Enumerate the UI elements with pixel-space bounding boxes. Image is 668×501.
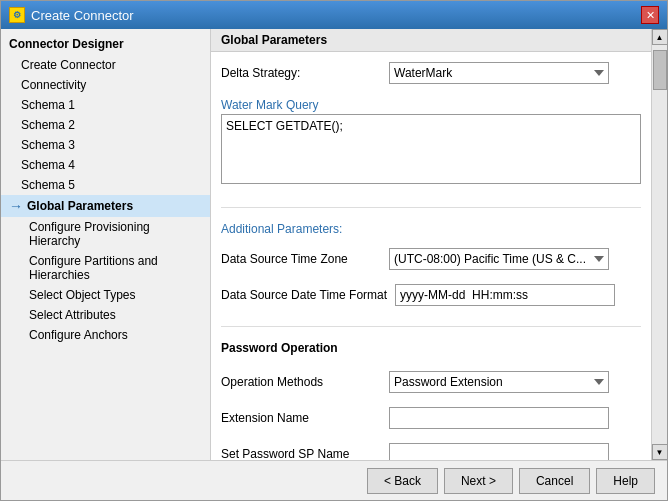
window-title: Create Connector bbox=[31, 8, 134, 23]
back-label: < Back bbox=[384, 474, 421, 488]
sidebar-label-schema3: Schema 3 bbox=[21, 138, 75, 152]
help-button[interactable]: Help bbox=[596, 468, 655, 494]
watermark-query-section: Water Mark Query SELECT GETDATE(); bbox=[221, 98, 641, 187]
scrollbar-track bbox=[652, 45, 667, 444]
main-window: ⚙ Create Connector ✕ Connector Designer … bbox=[0, 0, 668, 501]
main-panel: Global Parameters Delta Strategy: WaterM… bbox=[211, 29, 651, 460]
extension-name-control bbox=[389, 407, 609, 429]
title-bar: ⚙ Create Connector ✕ bbox=[1, 1, 667, 29]
cancel-label: Cancel bbox=[536, 474, 573, 488]
sidebar-item-schema1[interactable]: Schema 1 bbox=[1, 95, 210, 115]
watermark-query-label: Water Mark Query bbox=[221, 98, 641, 112]
timezone-label: Data Source Time Zone bbox=[221, 252, 381, 266]
divider1 bbox=[221, 207, 641, 208]
sidebar-label-configure-provisioning: Configure Provisioning Hierarchy bbox=[29, 220, 202, 248]
scrollbar: ▲ ▼ bbox=[651, 29, 667, 460]
operation-methods-select[interactable]: Password Extension None bbox=[389, 371, 609, 393]
divider2 bbox=[221, 326, 641, 327]
window-icon: ⚙ bbox=[9, 7, 25, 23]
watermark-query-textarea[interactable]: SELECT GETDATE(); bbox=[221, 114, 641, 184]
panel-content: Delta Strategy: WaterMark None Timestamp… bbox=[211, 52, 651, 460]
datetime-format-row: Data Source Date Time Format yyyy-MM-dd … bbox=[221, 284, 641, 306]
sidebar-item-schema4[interactable]: Schema 4 bbox=[1, 155, 210, 175]
sidebar-item-create-connector[interactable]: Create Connector bbox=[1, 55, 210, 75]
extension-name-input[interactable] bbox=[389, 407, 609, 429]
scrollbar-up-button[interactable]: ▲ bbox=[652, 29, 668, 45]
extension-name-label: Extension Name bbox=[221, 411, 381, 425]
datetime-format-control: yyyy-MM-dd HH:mm:ss bbox=[395, 284, 615, 306]
panel-header: Global Parameters bbox=[211, 29, 651, 52]
close-button[interactable]: ✕ bbox=[641, 6, 659, 24]
delta-strategy-control: WaterMark None Timestamp bbox=[389, 62, 609, 84]
sidebar-label-configure-partitions: Configure Partitions and Hierarchies bbox=[29, 254, 202, 282]
scrollbar-down-button[interactable]: ▼ bbox=[652, 444, 668, 460]
sidebar-label-connectivity: Connectivity bbox=[21, 78, 86, 92]
sidebar-label-configure-anchors: Configure Anchors bbox=[29, 328, 128, 342]
datetime-format-label: Data Source Date Time Format bbox=[221, 288, 387, 302]
sidebar-item-select-attributes[interactable]: Select Attributes bbox=[1, 305, 210, 325]
operation-methods-label: Operation Methods bbox=[221, 375, 381, 389]
sidebar-item-schema3[interactable]: Schema 3 bbox=[1, 135, 210, 155]
extension-name-row: Extension Name bbox=[221, 407, 641, 429]
password-operation-label: Password Operation bbox=[221, 341, 641, 357]
back-button[interactable]: < Back bbox=[367, 468, 438, 494]
operation-methods-row: Operation Methods Password Extension Non… bbox=[221, 371, 641, 393]
sidebar-label-select-attributes: Select Attributes bbox=[29, 308, 116, 322]
sidebar-item-connectivity[interactable]: Connectivity bbox=[1, 75, 210, 95]
timezone-control: (UTC-08:00) Pacific Time (US & C... bbox=[389, 248, 609, 270]
sidebar-item-configure-provisioning[interactable]: Configure Provisioning Hierarchy bbox=[1, 217, 210, 251]
sidebar-label-schema1: Schema 1 bbox=[21, 98, 75, 112]
sidebar-label-schema2: Schema 2 bbox=[21, 118, 75, 132]
next-label: Next > bbox=[461, 474, 496, 488]
sidebar-label-schema5: Schema 5 bbox=[21, 178, 75, 192]
sidebar-item-schema5[interactable]: Schema 5 bbox=[1, 175, 210, 195]
delta-strategy-row: Delta Strategy: WaterMark None Timestamp bbox=[221, 62, 641, 84]
delta-strategy-label: Delta Strategy: bbox=[221, 66, 381, 80]
datetime-format-input[interactable]: yyyy-MM-dd HH:mm:ss bbox=[395, 284, 615, 306]
sidebar-item-configure-anchors[interactable]: Configure Anchors bbox=[1, 325, 210, 345]
bottom-bar: < Back Next > Cancel Help bbox=[1, 460, 667, 500]
sidebar-item-select-object-types[interactable]: Select Object Types bbox=[1, 285, 210, 305]
content-area: Connector Designer Create Connector Conn… bbox=[1, 29, 667, 460]
arrow-icon: → bbox=[9, 198, 23, 214]
scrollbar-thumb[interactable] bbox=[653, 50, 667, 90]
title-bar-controls: ✕ bbox=[641, 6, 659, 24]
timezone-row: Data Source Time Zone (UTC-08:00) Pacifi… bbox=[221, 248, 641, 270]
sidebar-label-select-object-types: Select Object Types bbox=[29, 288, 136, 302]
sidebar-header: Connector Designer bbox=[1, 33, 210, 55]
delta-strategy-select[interactable]: WaterMark None Timestamp bbox=[389, 62, 609, 84]
sidebar: Connector Designer Create Connector Conn… bbox=[1, 29, 211, 460]
operation-methods-control: Password Extension None bbox=[389, 371, 609, 393]
sidebar-item-global-parameters[interactable]: → Global Parameters bbox=[1, 195, 210, 217]
scrollbar-area: Global Parameters Delta Strategy: WaterM… bbox=[211, 29, 667, 460]
timezone-select[interactable]: (UTC-08:00) Pacific Time (US & C... bbox=[389, 248, 609, 270]
sidebar-label-schema4: Schema 4 bbox=[21, 158, 75, 172]
help-label: Help bbox=[613, 474, 638, 488]
sidebar-item-schema2[interactable]: Schema 2 bbox=[1, 115, 210, 135]
sidebar-label-global-parameters: Global Parameters bbox=[27, 199, 133, 213]
sidebar-label-create-connector: Create Connector bbox=[21, 58, 116, 72]
next-button[interactable]: Next > bbox=[444, 468, 513, 494]
set-password-sp-label: Set Password SP Name bbox=[221, 447, 381, 460]
additional-params-label: Additional Parameters: bbox=[221, 222, 641, 236]
sidebar-item-configure-partitions[interactable]: Configure Partitions and Hierarchies bbox=[1, 251, 210, 285]
set-password-sp-row: Set Password SP Name bbox=[221, 443, 641, 460]
set-password-sp-input[interactable] bbox=[389, 443, 609, 460]
set-password-sp-control bbox=[389, 443, 609, 460]
cancel-button[interactable]: Cancel bbox=[519, 468, 590, 494]
title-bar-left: ⚙ Create Connector bbox=[9, 7, 134, 23]
